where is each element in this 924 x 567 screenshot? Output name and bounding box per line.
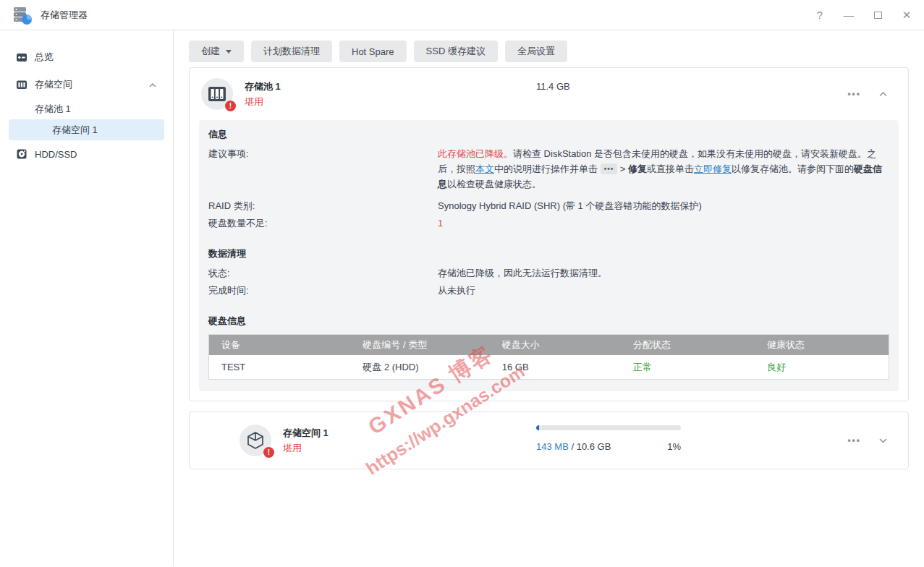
- col-device: 设备: [209, 338, 350, 351]
- scrub-finish-value: 从未执行: [438, 283, 899, 298]
- scrub-status-value: 存储池已降级，因此无法运行数据清理。: [438, 265, 899, 281]
- sidebar-item-label: 总览: [35, 51, 54, 64]
- chevron-down-icon: [226, 50, 232, 54]
- create-button[interactable]: 创建: [189, 40, 244, 62]
- raid-type-value: Synology Hybrid RAID (SHR) (带 1 个硬盘容错功能的…: [438, 198, 899, 213]
- info-section-heading: 信息: [199, 127, 899, 142]
- pool-title: 存储池 1: [245, 80, 281, 93]
- sidebar-item-label: HDD/SSD: [35, 149, 77, 160]
- pool-capacity: 11.4 GB: [536, 81, 570, 92]
- pool-more-menu-button[interactable]: •••: [847, 89, 861, 99]
- volume-used: 143 MB: [536, 441, 569, 453]
- link-this-article[interactable]: 本文: [475, 163, 494, 174]
- col-size: 硬盘大小: [490, 338, 621, 351]
- maximize-icon: [874, 12, 882, 19]
- col-slot-type: 硬盘编号 / 类型: [350, 338, 489, 351]
- advisory-label: 建议事项:: [199, 146, 438, 161]
- scrub-finish-label: 完成时间:: [199, 283, 438, 298]
- pool-card-header: ! 存储池 1 堪用 11.4 GB •••: [190, 68, 908, 120]
- volume-status: 堪用: [283, 441, 329, 456]
- toolbar: 创建 计划数据清理 Hot Spare SSD 缓存建议 全局设置: [189, 40, 909, 62]
- volume-more-menu-button[interactable]: •••: [847, 435, 861, 446]
- inline-more-icon: •••: [601, 163, 618, 174]
- main-content: 创建 计划数据清理 Hot Spare SSD 缓存建议 全局设置: [174, 30, 924, 566]
- volume-usage-fill: [536, 425, 539, 430]
- col-allocation: 分配状态: [621, 338, 755, 351]
- volume-total: 10.6 GB: [577, 441, 611, 453]
- volume-title: 存储空间 1: [283, 426, 329, 440]
- volume-card: ! 存储空间 1 堪用 143 MB / 10.6 GB 1% •••: [189, 412, 909, 469]
- pool-icon: !: [201, 78, 233, 110]
- table-row[interactable]: TEST 硬盘 2 (HDD) 16 GB 正常 良好: [209, 355, 889, 379]
- volume-card-header: ! 存储空间 1 堪用 143 MB / 10.6 GB 1% •••: [190, 412, 908, 469]
- maximize-button[interactable]: [872, 9, 883, 20]
- storage-manager-app-icon: [12, 5, 33, 25]
- hdd-icon: [16, 148, 27, 160]
- overview-icon: [16, 51, 27, 63]
- cell-slot-type: 硬盘 2 (HDD): [350, 361, 489, 374]
- sidebar-item-storage[interactable]: 存储空间: [9, 71, 164, 98]
- missing-drives-value: 1: [438, 216, 899, 231]
- link-repair-now[interactable]: 立即修复: [694, 163, 732, 174]
- sidebar-item-hdd-ssd[interactable]: HDD/SSD: [9, 140, 164, 168]
- global-settings-button[interactable]: 全局设置: [505, 40, 567, 62]
- minimize-button[interactable]: —: [843, 9, 855, 20]
- scheduled-scrubbing-button[interactable]: 计划数据清理: [251, 40, 332, 62]
- hot-spare-button[interactable]: Hot Spare: [339, 40, 407, 62]
- disk-info-table: 设备 硬盘编号 / 类型 硬盘大小 分配状态 健康状态 TEST 硬盘 2 (H…: [208, 334, 889, 380]
- sidebar-item-label: 存储空间 1: [52, 124, 98, 137]
- sidebar-item-label: 存储池 1: [35, 103, 71, 116]
- help-button[interactable]: ?: [814, 9, 826, 20]
- alert-badge-icon: !: [263, 447, 274, 458]
- chevron-up-icon[interactable]: [148, 80, 157, 90]
- titlebar: 存储管理器 ? — ✕: [0, 0, 924, 30]
- cell-health: 良好: [755, 361, 889, 374]
- pool-detail-panel: 信息 建议事项: 此存储池已降级。请检查 DiskStation 是否包含未使用…: [199, 120, 899, 391]
- pool-collapse-button[interactable]: [878, 89, 888, 100]
- volume-usage-bar: [536, 425, 681, 430]
- raid-type-label: RAID 类别:: [199, 198, 438, 213]
- scrub-status-label: 状态:: [199, 265, 438, 281]
- volume-icon: !: [240, 425, 271, 456]
- cell-allocation: 正常: [621, 361, 755, 374]
- sidebar: 总览 存储空间 存储池 1 存储空间 1 HDD/SSD: [0, 30, 174, 566]
- advisory-text: 此存储池已降级。请检查 DiskStation 是否包含未使用的硬盘，如果没有未…: [438, 146, 899, 192]
- storage-pool-card: ! 存储池 1 堪用 11.4 GB ••• 信息 建议事项:: [189, 67, 909, 401]
- scrubbing-section-heading: 数据清理: [199, 247, 899, 261]
- alert-badge-icon: !: [225, 101, 236, 111]
- cell-size: 16 GB: [490, 362, 621, 372]
- col-health: 健康状态: [755, 338, 889, 351]
- sidebar-item-overview[interactable]: 总览: [9, 43, 164, 71]
- volume-usage: 143 MB / 10.6 GB 1%: [536, 425, 681, 453]
- storage-pool-icon: [16, 79, 27, 90]
- volume-percent: 1%: [667, 441, 681, 453]
- missing-drives-label: 硬盘数量不足:: [199, 216, 438, 231]
- disk-table-header: 设备 硬盘编号 / 类型 硬盘大小 分配状态 健康状态: [209, 335, 889, 355]
- ssd-cache-advisor-button[interactable]: SSD 缓存建议: [414, 40, 498, 62]
- volume-expand-button[interactable]: [878, 435, 888, 446]
- sidebar-item-pool-1[interactable]: 存储池 1: [9, 98, 164, 119]
- sidebar-item-volume-1[interactable]: 存储空间 1: [9, 119, 164, 140]
- disk-info-section-heading: 硬盘信息: [199, 314, 899, 328]
- sidebar-item-label: 存储空间: [35, 78, 72, 91]
- close-button[interactable]: ✕: [901, 9, 912, 20]
- cell-device: TEST: [209, 362, 350, 372]
- window-title: 存储管理器: [41, 9, 88, 22]
- pool-status: 堪用: [245, 95, 281, 109]
